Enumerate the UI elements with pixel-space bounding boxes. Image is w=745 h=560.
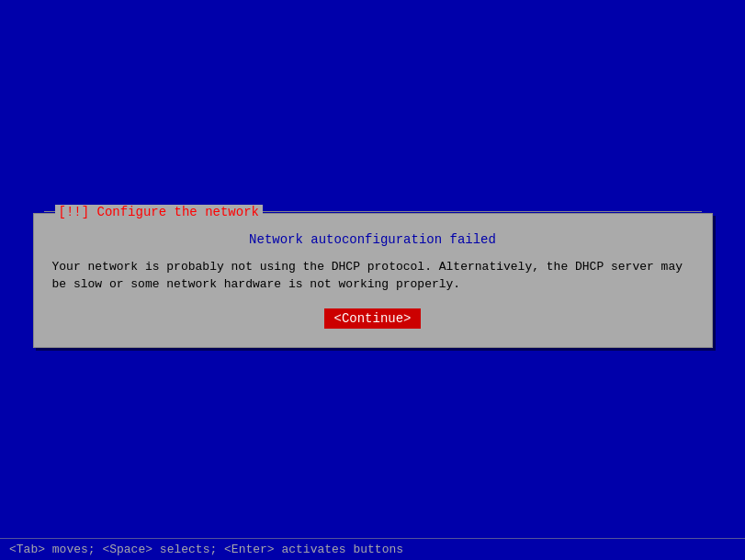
status-bar: <Tab> moves; <Space> selects; <Enter> ac…	[0, 538, 745, 560]
dialog-title: [!!] Configure the network	[55, 205, 263, 219]
error-message: Your network is probably not using the D…	[52, 258, 694, 294]
continue-button[interactable]: <Continue>	[324, 308, 420, 329]
error-subtitle: Network autoconfiguration failed	[52, 232, 694, 247]
dialog-container: [!!] Configure the network Network autoc…	[33, 213, 713, 348]
button-row: <Continue>	[52, 308, 694, 329]
dialog-box: Network autoconfiguration failed Your ne…	[33, 213, 713, 348]
screen: [!!] Configure the network Network autoc…	[0, 0, 745, 560]
